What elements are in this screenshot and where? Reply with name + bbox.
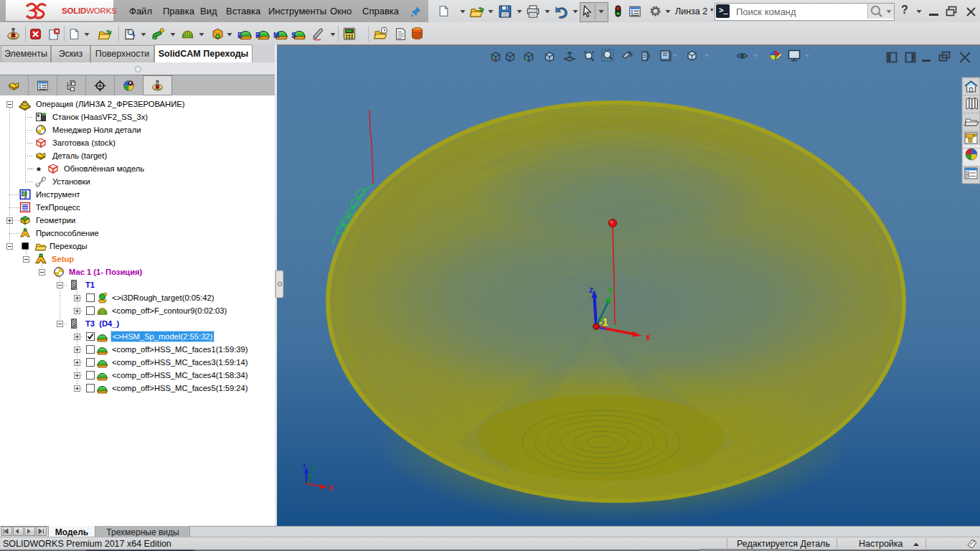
svg-text:-1: -1	[599, 316, 608, 328]
svg-text:z: z	[589, 285, 593, 295]
svg-text:z: z	[303, 462, 306, 469]
svg-text:Y: Y	[311, 466, 315, 473]
svg-text:X: X	[329, 484, 334, 492]
svg-text:x: x	[646, 332, 651, 342]
svg-text:Y: Y	[608, 286, 613, 296]
